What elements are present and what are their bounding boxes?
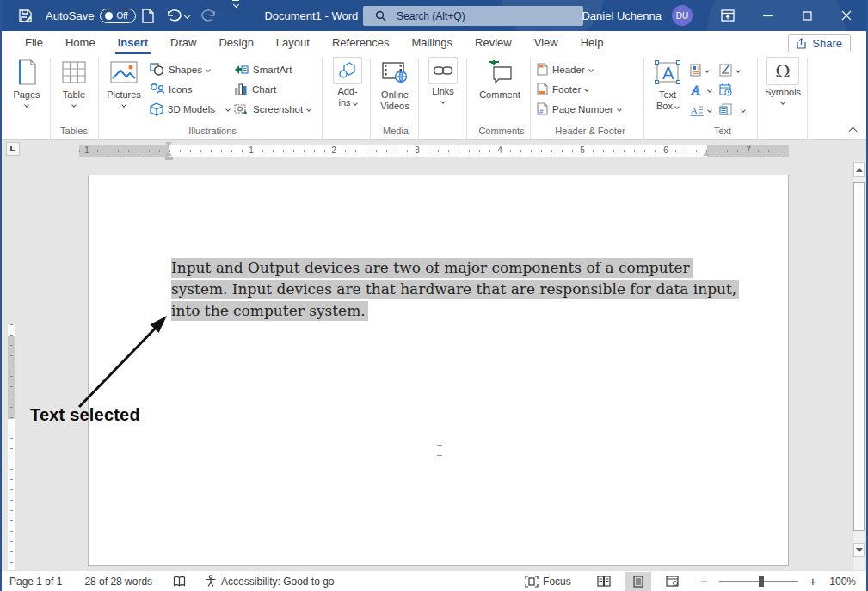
quick-parts-button[interactable] — [690, 61, 709, 79]
ruler-number: 4 — [495, 145, 505, 156]
symbols-dropdown-icon — [780, 100, 785, 105]
autosave-state: Off — [116, 11, 127, 21]
print-layout-button[interactable] — [625, 572, 651, 591]
tab-file[interactable]: File — [14, 31, 54, 54]
zoom-slider-thumb[interactable] — [759, 576, 764, 587]
3d-models-button[interactable]: 3D Models — [150, 100, 230, 118]
status-bar: Page 1 of 1 28 of 28 words Accessibility… — [2, 570, 866, 591]
vertical-scrollbar[interactable] — [852, 161, 865, 570]
online-videos-icon — [382, 61, 408, 83]
document-text[interactable]: Input and Output devices are two of majo… — [171, 257, 739, 322]
tab-design[interactable]: Design — [207, 31, 264, 54]
accessibility-icon — [205, 575, 217, 588]
header-button[interactable]: Header — [537, 60, 593, 78]
scroll-up-button[interactable] — [853, 162, 865, 177]
horizontal-ruler[interactable]: 1 1 2 3 4 5 6 7 — [79, 145, 789, 157]
undo-button[interactable] — [160, 0, 195, 31]
zoom-slider[interactable] — [719, 581, 798, 582]
date-time-button[interactable] — [719, 81, 732, 99]
collapse-ribbon-icon[interactable] — [849, 127, 858, 136]
wordart-button[interactable]: A — [690, 81, 711, 99]
3d-models-label: 3D Models — [168, 104, 215, 114]
ruler-row: 1 1 2 3 4 5 6 7 — [2, 140, 866, 161]
signature-line-button[interactable] — [719, 61, 740, 79]
pictures-button[interactable]: Pictures — [103, 57, 145, 126]
tab-draw[interactable]: Draw — [159, 31, 207, 54]
icons-button[interactable]: Icons — [150, 80, 193, 98]
left-indent-marker[interactable] — [165, 157, 173, 160]
maximize-button[interactable] — [787, 0, 827, 31]
group-label-header-footer: Header & Footer — [555, 126, 625, 136]
tab-home[interactable]: Home — [54, 31, 107, 54]
selected-text-line: Input and Output devices are two of majo… — [171, 257, 739, 279]
links-button[interactable]: Links — [423, 57, 463, 126]
search-input[interactable]: Search (Alt+Q) — [363, 6, 583, 26]
hanging-indent-marker[interactable] — [165, 151, 172, 156]
word-count[interactable]: 28 of 28 words — [77, 571, 160, 591]
pages-button[interactable]: Pages — [9, 57, 45, 126]
symbols-button[interactable]: Ω Symbols — [762, 57, 803, 126]
new-document-icon — [142, 9, 154, 23]
minimize-button[interactable] — [748, 0, 787, 31]
ruler-number: 3 — [412, 145, 422, 156]
document-page[interactable] — [88, 175, 789, 566]
customize-quick-access-toolbar-icon[interactable] — [226, 0, 245, 31]
tab-stop-selector[interactable] — [6, 142, 20, 156]
vertical-ruler[interactable] — [8, 324, 15, 570]
pictures-icon — [110, 61, 138, 83]
text-box-button[interactable]: A Text Box — [649, 57, 686, 126]
share-button[interactable]: Share — [788, 34, 851, 52]
tab-references[interactable]: References — [321, 31, 400, 54]
shapes-button[interactable]: Shapes — [150, 60, 210, 78]
ribbon-display-options-button[interactable] — [708, 0, 748, 31]
page-number-button[interactable]: # Page Number — [537, 100, 621, 118]
chart-button[interactable]: Chart — [234, 80, 276, 98]
tab-layout[interactable]: Layout — [265, 31, 321, 54]
plus-icon: + — [807, 574, 820, 588]
close-button[interactable] — [827, 0, 866, 31]
first-line-indent-marker[interactable] — [165, 142, 172, 146]
object-button[interactable] — [719, 101, 745, 119]
save-button[interactable] — [12, 0, 39, 31]
minimize-icon — [763, 11, 773, 21]
tab-view[interactable]: View — [523, 31, 569, 54]
tab-mailings[interactable]: Mailings — [400, 31, 464, 54]
read-mode-button[interactable] — [591, 572, 617, 591]
selected-text-line: system. Input devices are that hardware … — [171, 279, 739, 300]
icons-icon — [150, 83, 164, 95]
autosave-control[interactable]: AutoSave Off — [46, 9, 136, 23]
scroll-down-button[interactable] — [853, 543, 865, 557]
scrollbar-thumb[interactable] — [853, 182, 865, 531]
new-document-button[interactable] — [136, 0, 160, 31]
add-ins-button[interactable]: Add- ins — [329, 57, 366, 126]
page-number-icon: # — [537, 102, 548, 115]
tab-review[interactable]: Review — [464, 31, 523, 54]
smartart-icon — [234, 63, 249, 76]
drop-cap-button[interactable]: A — [690, 101, 711, 119]
autosave-toggle[interactable]: Off — [100, 9, 136, 23]
online-videos-button[interactable]: Online Videos — [375, 57, 415, 126]
user-name[interactable]: Daniel Uchenna — [582, 9, 662, 22]
avatar[interactable]: DU — [672, 5, 693, 26]
online-videos-label-1: Online — [381, 89, 409, 101]
tab-help[interactable]: Help — [569, 31, 615, 54]
screenshot-label: Screenshot — [253, 104, 303, 114]
proofing-errors-button[interactable] — [165, 571, 194, 591]
right-indent-marker[interactable] — [703, 151, 710, 156]
quick-parts-icon — [690, 64, 701, 77]
table-button[interactable]: Table — [55, 57, 93, 126]
smartart-button[interactable]: SmartArt — [234, 60, 292, 78]
tab-insert[interactable]: Insert — [107, 31, 159, 54]
comment-button[interactable]: Comment — [471, 57, 528, 126]
screenshot-button[interactable]: Screenshot — [234, 100, 311, 118]
focus-button[interactable]: Focus — [517, 571, 579, 591]
zoom-out-button[interactable]: − — [696, 571, 712, 591]
page-indicator[interactable]: Page 1 of 1 — [2, 571, 70, 591]
accessibility-status[interactable]: Accessibility: Good to go — [197, 571, 342, 591]
zoom-level[interactable]: 100% — [821, 576, 859, 588]
zoom-in-button[interactable]: + — [805, 571, 822, 591]
footer-button[interactable]: Footer — [537, 80, 588, 98]
word-window: AutoSave Off Document1 - Word — [0, 0, 868, 591]
web-layout-button[interactable] — [660, 572, 686, 591]
undo-dropdown-icon[interactable] — [184, 12, 190, 18]
